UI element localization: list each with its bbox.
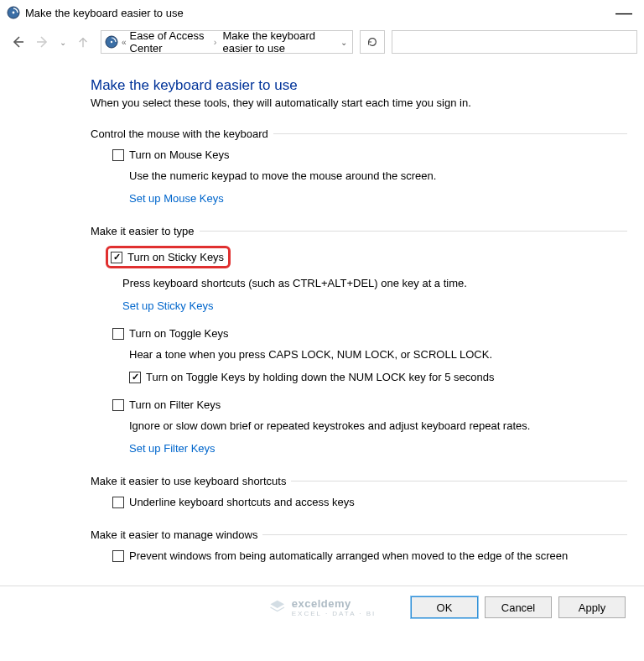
watermark-brand: exceldemy [292,597,377,610]
breadcrumb-sep-icon: › [211,37,220,47]
watermark-tag: EXCEL · DATA · BI [292,610,377,617]
section-windows-title: Make it easier to manage windows [91,528,257,541]
divider [273,133,627,134]
sticky-keys-label: Turn on Sticky Keys [127,251,224,263]
mouse-keys-desc: Use the numeric keypad to move the mouse… [112,169,627,182]
section-shortcuts: Make it easier to use keyboard shortcuts… [91,475,627,508]
sticky-keys-highlight: Turn on Sticky Keys [106,246,231,268]
mouse-keys-checkbox[interactable] [112,149,124,161]
toggle-keys-checkbox[interactable] [112,328,124,340]
navigation-bar: ⌄ « Ease of Access Center › Make the key… [0,25,644,62]
footer: exceldemy EXCEL · DATA · BI OK Cancel Ap… [0,586,644,628]
forward-button[interactable] [32,31,54,53]
section-windows: Make it easier to manage windows Prevent… [91,528,627,562]
breadcrumb[interactable]: « Ease of Access Center › Make the keybo… [101,30,353,54]
page-title: Make the keyboard easier to use [91,77,627,94]
filter-keys-link[interactable]: Set up Filter Keys [112,442,216,455]
section-shortcuts-title: Make it easier to use keyboard shortcuts [91,475,286,487]
prevent-arrange-label: Prevent windows from being automatically… [129,549,568,562]
watermark-icon [268,598,287,617]
mouse-keys-label: Turn on Mouse Keys [129,148,229,161]
window-title: Make the keyboard easier to use [25,7,184,19]
section-type-title: Make it easier to type [91,225,195,237]
sticky-keys-checkbox[interactable] [111,252,122,263]
underline-label: Underline keyboard shortcuts and access … [129,496,355,508]
filter-keys-desc: Ignore or slow down brief or repeated ke… [112,419,627,432]
main-content: Make the keyboard easier to use When you… [0,62,644,586]
section-mouse-title: Control the mouse with the keyboard [91,128,268,140]
breadcrumb-parent[interactable]: Ease of Access Center [130,29,208,55]
breadcrumb-up-chevron[interactable]: « [122,38,127,47]
sticky-keys-desc: Press keyboard shortcuts (such as CTRL+A… [106,277,627,289]
svg-point-3 [111,41,112,43]
page-subtitle: When you select these tools, they will a… [91,96,627,109]
watermark: exceldemy EXCEL · DATA · BI [268,597,377,617]
breadcrumb-dropdown-icon[interactable]: ⌄ [338,38,349,47]
ok-button[interactable]: OK [411,596,478,618]
sticky-keys-link[interactable]: Set up Sticky Keys [106,299,213,312]
filter-keys-label: Turn on Filter Keys [129,398,221,411]
control-panel-icon [105,35,118,49]
refresh-button[interactable] [360,30,385,54]
svg-point-1 [13,12,15,14]
app-icon [7,6,20,19]
toggle-keys-hold-label: Turn on Toggle Keys by holding down the … [146,371,495,383]
toggle-keys-desc: Hear a tone when you press CAPS LOCK, NU… [112,348,627,361]
filter-keys-checkbox[interactable] [112,399,124,411]
search-input[interactable] [392,30,637,54]
mouse-keys-link[interactable]: Set up Mouse Keys [112,192,224,205]
apply-button[interactable]: Apply [558,596,626,618]
toggle-keys-label: Turn on Toggle Keys [129,327,229,340]
recent-dropdown[interactable]: ⌄ [57,31,69,53]
section-type: Make it easier to type Turn on Sticky Ke… [91,225,627,455]
cancel-button[interactable]: Cancel [485,596,552,618]
prevent-arrange-checkbox[interactable] [112,550,124,562]
divider [262,534,627,535]
divider [291,481,627,481]
window-titlebar: Make the keyboard easier to use — [0,0,644,25]
divider [200,231,627,232]
back-button[interactable] [7,31,29,53]
underline-checkbox[interactable] [112,497,124,508]
minimize-button[interactable]: — [610,8,637,17]
toggle-keys-hold-checkbox[interactable] [129,372,141,383]
up-button[interactable] [72,31,94,53]
breadcrumb-current[interactable]: Make the keyboard easier to use [223,29,335,55]
section-mouse: Control the mouse with the keyboard Turn… [91,128,627,205]
